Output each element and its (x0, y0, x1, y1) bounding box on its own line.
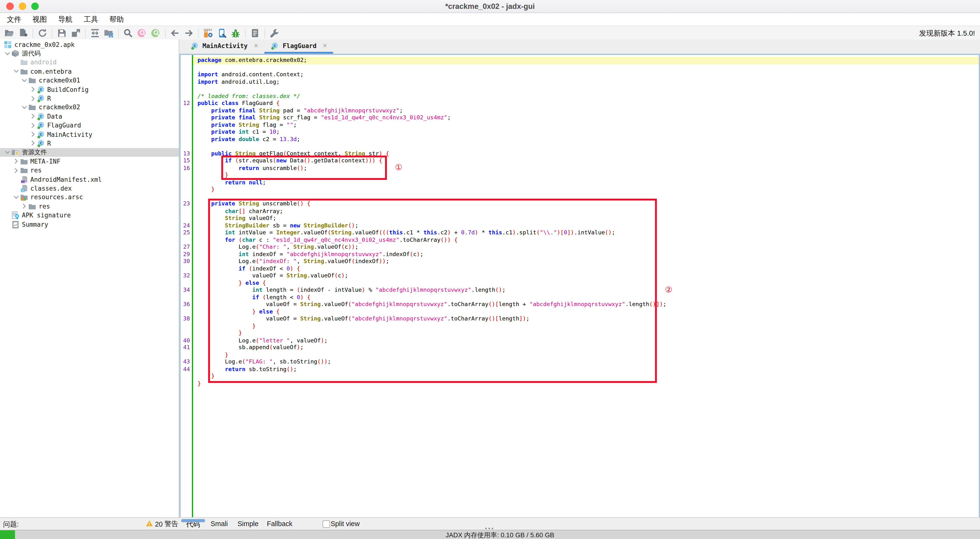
view-tab-split-view[interactable]: Split view (331, 520, 360, 527)
tree-item-label: R (47, 140, 51, 147)
close-tab-icon[interactable]: × (254, 41, 258, 50)
chevron-collapsed-icon[interactable] (29, 113, 37, 120)
update-notice-link[interactable]: 发现新版本 1.5.0! (919, 29, 975, 38)
save-all-icon[interactable] (57, 28, 67, 38)
tree-item-res[interactable]: res (0, 166, 179, 175)
tree-item-meta-inf[interactable]: META-INF (0, 157, 179, 166)
view-tab-simple[interactable]: Simple (238, 520, 259, 527)
code-line (197, 86, 978, 93)
package-cube-icon (11, 49, 20, 58)
menu-item-tools[interactable]: 工具 (78, 14, 104, 24)
tree-item-data[interactable]: cData (0, 112, 179, 121)
chevron-expanded-icon[interactable] (12, 193, 20, 201)
tree-item-summary[interactable]: Summary (0, 220, 179, 229)
chevron-collapsed-icon[interactable] (29, 130, 37, 138)
preferences-icon[interactable] (269, 28, 280, 38)
tab-mainactivity[interactable]: cMainActivity× (185, 40, 265, 54)
view-tab-smali[interactable]: Smali (210, 520, 228, 527)
search-text-icon[interactable] (123, 28, 133, 38)
close-tab-icon[interactable]: × (323, 41, 327, 50)
warnings-counter[interactable]: 20 警告 (146, 519, 178, 528)
toolbar-group (0, 28, 33, 38)
wrap-lines-icon[interactable] (90, 28, 100, 38)
deobfuscation-icon[interactable] (203, 28, 213, 38)
reload-icon[interactable] (38, 28, 48, 38)
tree-item-mainactivity[interactable]: cMainActivity (0, 130, 179, 139)
tree-item-label: R (47, 95, 51, 102)
tree-item-label: Data (47, 113, 62, 120)
chevron-collapsed-icon[interactable] (29, 86, 37, 93)
tree-item-flagguard[interactable]: cFlagGuard (0, 121, 179, 130)
line-number (181, 86, 192, 93)
chevron-expanded-icon[interactable] (4, 50, 11, 57)
flatten-packages-icon[interactable] (104, 28, 114, 38)
line-number (181, 351, 192, 358)
line-number (181, 236, 192, 244)
line-number (181, 78, 192, 86)
menu-item-navigation[interactable]: 导航 (52, 14, 78, 24)
open-file-icon[interactable] (4, 28, 14, 38)
tree-item-crackme0x02[interactable]: crackme0x02 (0, 103, 179, 112)
tree-item-arsc-res[interactable]: res (0, 202, 179, 211)
tree-item-apk-signature[interactable]: APK signature (0, 211, 179, 220)
tree-item-resources-arsc[interactable]: resources.arsc (0, 193, 179, 202)
nav-forward-icon[interactable] (184, 28, 194, 38)
line-number (181, 380, 192, 387)
chevron-expanded-icon[interactable] (21, 103, 28, 111)
archive-icon (11, 148, 20, 156)
menu-item-file[interactable]: 文件 (1, 14, 27, 24)
chevron-collapsed-icon[interactable] (12, 158, 20, 165)
device-icon[interactable] (217, 28, 227, 38)
tree-item-label: BuildConfig (47, 86, 89, 93)
line-number (181, 323, 192, 330)
menu-item-view[interactable]: 视图 (27, 14, 52, 24)
tree-item-source-code[interactable]: 源代码 (0, 49, 179, 58)
tab-flagguard[interactable]: cFlagGuard× (265, 40, 334, 54)
chevron-collapsed-icon[interactable] (29, 95, 37, 102)
line-number (181, 172, 192, 179)
export-icon[interactable] (71, 28, 81, 38)
code-line: private double c2 = 13.3d; (197, 136, 978, 143)
nav-back-icon[interactable] (170, 28, 180, 38)
tree-item-resources[interactable]: 资源文件 (0, 148, 179, 157)
class-icon: c (37, 130, 45, 138)
tree-item-apk-root[interactable]: crackme_0x02.apk (0, 40, 179, 49)
debugger-icon[interactable] (231, 28, 241, 38)
tree-item-com-entebra[interactable]: com.entebra (0, 67, 179, 76)
line-number (181, 208, 192, 215)
find-usage-icon[interactable] (137, 28, 147, 38)
line-number: 23 (181, 201, 192, 208)
menu-item-help[interactable]: 帮助 (104, 14, 129, 24)
chevron-collapsed-icon[interactable] (29, 122, 37, 129)
tree-item-r-0x02[interactable]: cR (0, 139, 179, 148)
status-indicator (0, 530, 15, 539)
tab-label: MainActivity (202, 42, 248, 49)
chevron-collapsed-icon[interactable] (29, 140, 37, 147)
toolbar: 发现新版本 1.5.0! (0, 26, 980, 41)
problems-label: 问题: (3, 520, 19, 529)
tree-item-classes-dex[interactable]: Jclasses.dex (0, 184, 179, 193)
code-line: private int c1 = 10; (197, 128, 978, 136)
chevron-collapsed-icon[interactable] (12, 166, 20, 174)
split-view-checkbox[interactable] (323, 520, 330, 528)
chevron-collapsed-icon[interactable] (21, 203, 28, 210)
view-tab-fallback[interactable]: Fallback (267, 520, 293, 527)
chevron-expanded-icon[interactable] (12, 68, 20, 75)
chevron-expanded-icon[interactable] (4, 149, 11, 156)
tree-item-label: 源代码 (22, 49, 40, 58)
chevron-expanded-icon[interactable] (21, 77, 28, 84)
class-icon: c (37, 86, 45, 94)
log-viewer-icon[interactable] (250, 28, 260, 38)
code-editor: 121315162324252729303234363840414344 pac… (180, 54, 980, 517)
tree-item-android[interactable]: android (0, 58, 179, 67)
tree-item-buildconfig[interactable]: cBuildConfig (0, 85, 179, 94)
toolbar-group (119, 28, 165, 38)
code-line: private String flag = ""; (197, 122, 978, 128)
line-number (181, 128, 192, 136)
horizontal-scrollbar-thumb[interactable] (181, 519, 205, 522)
search-class-icon[interactable] (151, 28, 161, 38)
add-files-icon[interactable] (18, 28, 28, 38)
tree-item-crackme0x01[interactable]: crackme0x01 (0, 76, 179, 85)
tree-item-r-0x01[interactable]: cR (0, 94, 179, 103)
tree-item-androidmanifest[interactable]: MFAndroidManifest.xml (0, 175, 179, 184)
